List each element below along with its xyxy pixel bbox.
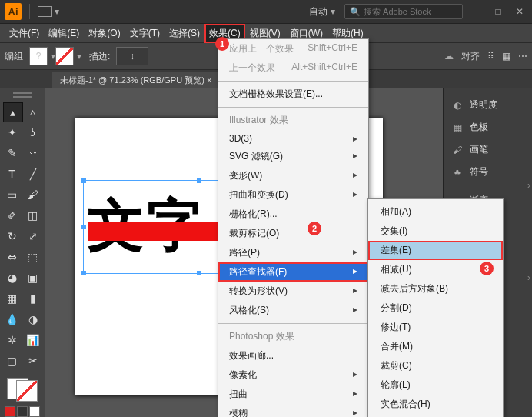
pf-trim[interactable]: 修边(T) <box>368 318 503 337</box>
stroke-weight[interactable]: ↕ <box>116 47 148 65</box>
pathfinder-submenu: 相加(A) 交集(I) 差集(E) 相减(U) 减去后方对象(B) 分割(D) … <box>367 198 504 417</box>
direct-selection-tool[interactable]: ▵ <box>24 102 42 121</box>
effect-convert-shape[interactable]: 转换为形状(V) <box>218 282 368 301</box>
menu-file[interactable]: 文件(F) <box>5 24 44 43</box>
effect-rasterize[interactable]: 栅格化(R)... <box>218 205 368 224</box>
more-icon[interactable]: ⋯ <box>518 51 527 62</box>
shaper-tool[interactable]: ✐ <box>3 206 22 225</box>
doc-raster-settings[interactable]: 文档栅格效果设置(E)... <box>218 85 368 104</box>
arrange-icon[interactable]: ⠿ <box>487 51 494 62</box>
menu-select[interactable]: 选择(S) <box>165 24 204 43</box>
menu-object[interactable]: 对象(O) <box>84 24 125 43</box>
effect-distort2[interactable]: 扭曲 <box>218 385 368 404</box>
workspace-chevron[interactable]: ▾ <box>55 6 59 17</box>
type-tool[interactable]: T <box>3 165 22 183</box>
slice-tool[interactable]: ✂ <box>24 352 42 370</box>
gradient-tool[interactable]: ▮ <box>24 289 42 308</box>
cloud-icon[interactable]: ☁ <box>444 51 454 62</box>
illustrator-effects-header: Illustrator 效果 <box>218 111 368 130</box>
rotate-tool[interactable]: ↻ <box>3 227 22 245</box>
paintbrush-tool[interactable]: 🖌 <box>24 185 42 204</box>
panel-brushes[interactable]: 🖌画笔 <box>444 138 532 161</box>
symbols-icon: ♣ <box>451 166 464 178</box>
panel-collapse-2[interactable]: › <box>527 272 530 283</box>
free-transform-tool[interactable]: ⬚ <box>24 248 42 266</box>
line-tool[interactable]: ╱ <box>24 165 42 183</box>
effect-blur[interactable]: 模糊 <box>218 404 368 417</box>
color-mode-switches[interactable] <box>5 406 40 417</box>
shape-builder-tool[interactable]: ◕ <box>3 269 22 287</box>
effect-distort-transform[interactable]: 扭曲和变换(D) <box>218 185 368 205</box>
panel-swatches[interactable]: ▦色板 <box>444 116 532 138</box>
annotation-2: 2 <box>308 222 321 235</box>
menu-type[interactable]: 文字(T) <box>125 24 165 43</box>
pf-merge[interactable]: 合并(M) <box>368 337 503 356</box>
eraser-tool[interactable]: ◫ <box>24 206 42 225</box>
menu-edit[interactable]: 编辑(E) <box>44 24 84 43</box>
toolbar: ▴ ▵ ✦ ʖ ✎ 〰 T ╱ ▭ 🖌 ✐ ◫ ↻ ⤢ ⇔ ⬚ ◕ ▣ ▦ ▮ … <box>0 88 45 417</box>
swatches-icon: ▦ <box>451 122 464 134</box>
blend-tool[interactable]: ◑ <box>24 310 42 329</box>
artboard-tool[interactable]: ▢ <box>3 352 22 370</box>
opacity-icon: ◐ <box>451 99 464 112</box>
effect-stylize[interactable]: 风格化(S) <box>218 301 368 320</box>
perspective-tool[interactable]: ▣ <box>24 269 42 287</box>
effect-pixelate[interactable]: 像素化 <box>218 365 368 385</box>
effect-path[interactable]: 路径(P) <box>218 243 368 262</box>
selection-type: 编组 <box>5 50 23 63</box>
brushes-icon: 🖌 <box>451 144 464 156</box>
rectangle-tool[interactable]: ▭ <box>3 185 22 204</box>
panel-collapse-1[interactable]: › <box>527 180 530 191</box>
align-label[interactable]: 对齐 <box>461 50 480 63</box>
minimize-button[interactable]: — <box>469 5 484 18</box>
pf-divide[interactable]: 分割(D) <box>368 299 503 318</box>
effect-pathfinder[interactable]: 路径查找器(F) <box>218 262 368 282</box>
tab-close[interactable]: × <box>207 75 211 85</box>
document-tab[interactable]: 未标题-1* @ 71.23% (RGB/GPU 预览) × <box>52 72 220 89</box>
effect-menu: 应用上一个效果Shift+Ctrl+E 上一个效果Alt+Shift+Ctrl+… <box>218 38 369 417</box>
effect-warp[interactable]: 变形(W) <box>218 166 368 185</box>
effect-crop-marks[interactable]: 裁剪标记(O) <box>218 224 368 243</box>
pf-exclude[interactable]: 差集(E) <box>368 241 503 260</box>
maximize-button[interactable]: □ <box>490 5 506 18</box>
toolbar-handle[interactable] <box>13 92 32 98</box>
effect-3d[interactable]: 3D(3) <box>218 130 368 147</box>
panel-symbols[interactable]: ♣符号 <box>444 161 532 183</box>
stock-search[interactable]: 🔍搜索 Adobe Stock <box>344 4 463 19</box>
magic-wand-tool[interactable]: ✦ <box>3 123 22 142</box>
pf-outline[interactable]: 轮廓(L) <box>368 375 503 395</box>
fill-swatch[interactable]: ? <box>29 47 48 65</box>
close-button[interactable]: ✕ <box>512 5 527 18</box>
pf-intersect[interactable]: 交集(I) <box>368 222 503 241</box>
pf-crop[interactable]: 裁剪(C) <box>368 356 503 375</box>
photoshop-effects-header: Photoshop 效果 <box>218 327 368 346</box>
auto-label[interactable]: 自动 <box>309 5 328 18</box>
pf-add[interactable]: 相加(A) <box>368 202 503 222</box>
scale-tool[interactable]: ⤢ <box>24 227 42 245</box>
annotation-1: 1 <box>215 37 229 51</box>
transform-icon[interactable]: ▦ <box>502 51 510 62</box>
app-icon: Ai <box>5 3 22 20</box>
eyedropper-tool[interactable]: 💧 <box>3 310 22 329</box>
width-tool[interactable]: ⇔ <box>3 248 22 266</box>
annotation-3: 3 <box>480 262 494 275</box>
lasso-tool[interactable]: ʖ <box>24 123 42 142</box>
last-effect: 上一个效果Alt+Shift+Ctrl+E <box>218 58 368 78</box>
pen-tool[interactable]: ✎ <box>3 144 22 162</box>
title-bar: Ai ▾ 自动 ▾ 🔍搜索 Adobe Stock — □ ✕ <box>0 0 532 24</box>
effect-svg-filters[interactable]: SVG 滤镜(G) <box>218 147 368 166</box>
workspace-switcher[interactable] <box>38 6 52 17</box>
effect-gallery[interactable]: 效果画廊... <box>218 346 368 365</box>
pf-soft-mix[interactable]: 透明混合(S)... <box>368 414 503 417</box>
pf-hard-mix[interactable]: 实色混合(H) <box>368 395 503 414</box>
apply-last-effect: 应用上一个效果Shift+Ctrl+E <box>218 39 368 58</box>
symbol-sprayer-tool[interactable]: ✲ <box>3 331 22 349</box>
fill-stroke-control[interactable] <box>7 378 38 402</box>
selection-tool[interactable]: ▴ <box>3 102 23 122</box>
panel-opacity[interactable]: ◐透明度 <box>444 94 532 116</box>
stroke-swatch[interactable] <box>55 47 74 65</box>
mesh-tool[interactable]: ▦ <box>3 289 22 308</box>
pf-minus-back[interactable]: 减去后方对象(B) <box>368 279 503 299</box>
graph-tool[interactable]: 📊 <box>24 331 42 349</box>
curvature-tool[interactable]: 〰 <box>24 144 42 162</box>
